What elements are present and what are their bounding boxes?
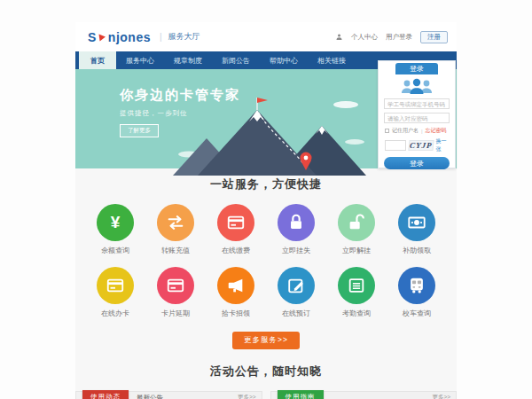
service-item-balance[interactable]: ¥ 余额查询 bbox=[90, 204, 141, 255]
service-item-unlock[interactable]: 立即解挂 bbox=[331, 204, 382, 255]
panel-news: 使用动态 最新公告 更多>> bbox=[75, 391, 262, 399]
service-item-apply-card[interactable]: 在线办卡 bbox=[90, 267, 141, 318]
remember-separator: | bbox=[421, 129, 423, 134]
remember-row: 记住用户名 | 忘记密码 bbox=[379, 127, 455, 135]
logo[interactable]: S njones | 服务大厅 bbox=[88, 30, 200, 44]
service-item-transfer[interactable]: 转账充值 bbox=[150, 204, 201, 255]
ribbon-usage-guide[interactable]: 使用指南 bbox=[278, 390, 324, 399]
bus-icon bbox=[398, 267, 435, 304]
top-menu: 个人中心 用户登录 注册 bbox=[335, 31, 448, 43]
top-bar: S njones | 服务大厅 个人中心 用户登录 注册 bbox=[75, 22, 457, 51]
nav-item-service-center[interactable]: 服务中心 bbox=[116, 51, 164, 69]
hero-cta-button[interactable]: 了解更多 bbox=[120, 124, 159, 137]
logo-tagline: 服务大厅 bbox=[168, 31, 200, 43]
service-item-school-bus[interactable]: 校车查询 bbox=[391, 267, 442, 318]
logo-text-right: njones bbox=[108, 30, 151, 44]
logo-divider: | bbox=[160, 32, 162, 42]
nav-item-rules[interactable]: 规章制度 bbox=[164, 51, 212, 69]
services-row-2: 在线办卡 卡片延期 拾卡招领 在线预订 bbox=[75, 267, 457, 318]
bank-card-icon bbox=[97, 267, 134, 304]
edit-icon bbox=[278, 267, 315, 304]
users-group-icon bbox=[400, 78, 434, 96]
service-item-pay[interactable]: 在线缴费 bbox=[210, 204, 262, 255]
tab-latest-announcements[interactable]: 最新公告 bbox=[137, 394, 163, 399]
personal-center-link[interactable]: 个人中心 bbox=[351, 33, 378, 42]
hero-subtitle: 提供捷径，一步到位 bbox=[120, 109, 240, 118]
captcha-row: CYJP 换一张 bbox=[379, 137, 455, 153]
page-canvas: S njones | 服务大厅 个人中心 用户登录 注册 首页 服务中心 规章制… bbox=[0, 0, 532, 399]
portal-page: S njones | 服务大厅 个人中心 用户登录 注册 首页 服务中心 规章制… bbox=[75, 22, 457, 399]
panel-news-more-link[interactable]: 更多>> bbox=[238, 394, 256, 399]
nav-item-help[interactable]: 帮助中心 bbox=[260, 51, 308, 69]
announcements-title: 活动公告，随时知晓 bbox=[75, 349, 457, 379]
banknote-icon bbox=[398, 204, 435, 241]
logo-arrow-icon bbox=[98, 33, 106, 41]
service-item-card-extension[interactable]: 卡片延期 bbox=[150, 267, 201, 318]
hero-title: 你身边的卡管专家 bbox=[120, 87, 240, 104]
captcha-image[interactable]: CYJP bbox=[408, 140, 434, 151]
service-item-attendance[interactable]: 考勤查询 bbox=[331, 267, 382, 318]
bank-card-icon bbox=[217, 204, 254, 241]
lower-sections: 一站服务，方便快捷 ¥ 余额查询 转账充值 在线缴费 bbox=[75, 168, 457, 399]
hero-banner: 你身边的卡管专家 提供捷径，一步到位 了解更多 登录 bbox=[75, 69, 457, 168]
login-tab[interactable]: 登录 bbox=[395, 63, 438, 74]
service-item-report-loss[interactable]: 立即挂失 bbox=[270, 204, 322, 255]
password-input[interactable] bbox=[384, 113, 450, 123]
ribbon-usage-news[interactable]: 使用动态 bbox=[82, 390, 129, 399]
unlock-icon bbox=[338, 204, 375, 241]
hero-copy: 你身边的卡管专家 提供捷径，一步到位 了解更多 bbox=[120, 87, 240, 137]
panel-guide: 使用指南 更多>> bbox=[270, 391, 458, 399]
announcement-panels: 使用动态 最新公告 更多>> 使用指南 更多>> bbox=[75, 391, 457, 399]
remember-checkbox[interactable] bbox=[385, 129, 389, 133]
register-button[interactable]: 注册 bbox=[420, 31, 448, 43]
service-item-lost-found[interactable]: 拾卡招领 bbox=[210, 267, 262, 318]
bank-card-icon bbox=[157, 267, 194, 304]
nav-item-links[interactable]: 相关链接 bbox=[308, 51, 356, 69]
nav-item-news[interactable]: 新闻公告 bbox=[212, 51, 260, 69]
yen-icon: ¥ bbox=[97, 204, 134, 241]
lock-icon bbox=[278, 204, 315, 241]
captcha-refresh-link[interactable]: 换一张 bbox=[436, 137, 450, 153]
forgot-password-link[interactable]: 忘记密码 bbox=[426, 127, 447, 135]
schedule-icon bbox=[338, 267, 375, 304]
nav-item-home[interactable]: 首页 bbox=[79, 51, 116, 69]
user-icon bbox=[335, 33, 343, 41]
remember-label: 记住用户名 bbox=[392, 127, 419, 135]
panel-guide-header: 使用指南 更多>> bbox=[270, 391, 458, 399]
login-submit-button[interactable]: 登录 bbox=[384, 157, 450, 169]
services-row-1: ¥ 余额查询 转账充值 在线缴费 bbox=[75, 204, 457, 255]
user-login-link[interactable]: 用户登录 bbox=[386, 33, 412, 42]
transfer-arrows-icon bbox=[157, 204, 194, 241]
username-input[interactable] bbox=[384, 98, 450, 109]
captcha-input[interactable] bbox=[385, 140, 406, 151]
more-services-button[interactable]: 更多服务>> bbox=[232, 332, 300, 349]
megaphone-icon bbox=[217, 267, 254, 304]
login-panel: 登录 记住用户名 | 忘记密码 CYJP 换一张 登录 bbox=[378, 60, 456, 168]
service-item-subsidy[interactable]: 补助领取 bbox=[391, 204, 442, 255]
panel-news-header: 使用动态 最新公告 更多>> bbox=[75, 391, 262, 399]
logo-text-left: S bbox=[88, 30, 97, 44]
service-item-online-booking[interactable]: 在线预订 bbox=[270, 267, 322, 318]
panel-guide-more-link[interactable]: 更多>> bbox=[432, 394, 450, 399]
